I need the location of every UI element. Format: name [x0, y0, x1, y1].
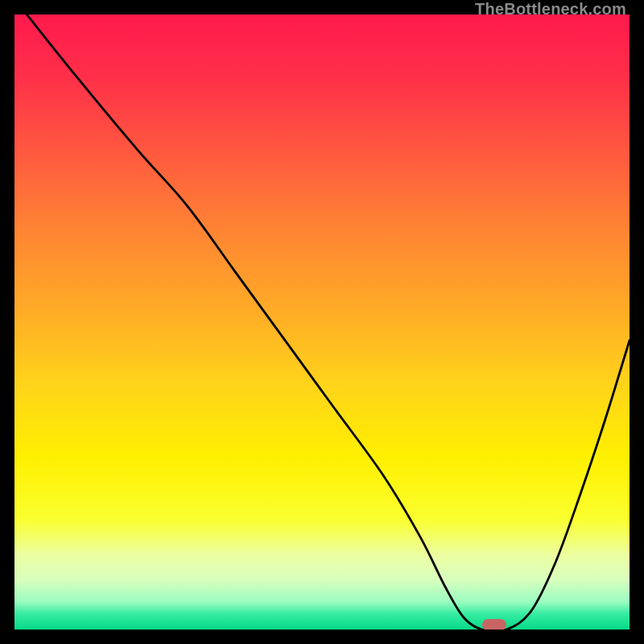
- optimal-marker: [482, 619, 506, 630]
- plot-area: [14, 14, 630, 630]
- bottleneck-curve: [14, 14, 630, 630]
